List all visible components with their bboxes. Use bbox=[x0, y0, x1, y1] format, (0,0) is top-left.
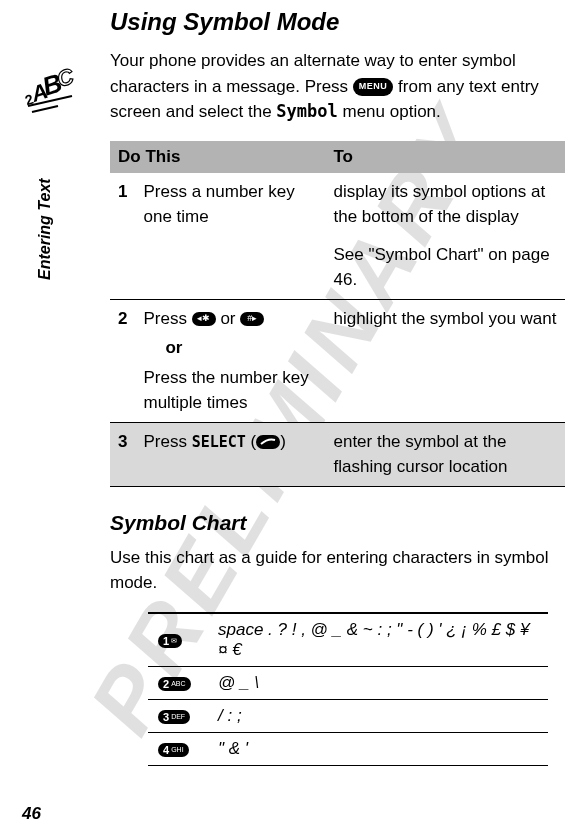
table-row: 1✉ space . ? ! , @ _ & ~ : ; " - ( ) ' ¿… bbox=[148, 613, 548, 667]
softkey-icon bbox=[256, 435, 280, 449]
key-cell: 4GHI bbox=[148, 732, 208, 765]
header-to: To bbox=[325, 141, 565, 173]
step-result: enter the symbol at the flashing cursor … bbox=[325, 422, 565, 486]
step-number: 2 bbox=[110, 299, 135, 422]
menu-key-icon: MENU bbox=[353, 78, 394, 96]
or-inline: or bbox=[220, 309, 235, 328]
key-cell: 3DEF bbox=[148, 699, 208, 732]
chart-intro-text: Use this chart as a guide for entering c… bbox=[110, 545, 564, 596]
keypad-3-icon: 3DEF bbox=[158, 710, 190, 724]
step-action: Press a number key one time bbox=[135, 173, 325, 236]
symbols-cell: space . ? ! , @ _ & ~ : ; " - ( ) ' ¿ ¡ … bbox=[208, 613, 548, 667]
step-result: highlight the symbol you want bbox=[325, 299, 565, 422]
table-row: 3 Press SELECT () enter the symbol at th… bbox=[110, 422, 565, 486]
symbol-chart-table: 1✉ space . ? ! , @ _ & ~ : ; " - ( ) ' ¿… bbox=[148, 612, 548, 766]
step-action: Press ◂✱ or #▸ or Press the number key m… bbox=[135, 299, 325, 422]
step-number: 1 bbox=[110, 173, 135, 236]
symbols-cell: / : ; bbox=[208, 699, 548, 732]
step-number: 3 bbox=[110, 422, 135, 486]
page-title: Using Symbol Mode bbox=[110, 8, 564, 36]
svg-line-5 bbox=[32, 106, 58, 112]
or-label: or bbox=[165, 338, 182, 357]
page-number: 46 bbox=[22, 804, 41, 824]
intro-paragraph: Your phone provides an alternate way to … bbox=[110, 48, 564, 125]
press-label: Press bbox=[143, 309, 186, 328]
keypad-2-icon: 2ABC bbox=[158, 677, 191, 691]
symbol-menu-label: Symbol bbox=[276, 101, 337, 121]
section-side-label: Entering Text bbox=[36, 178, 54, 280]
symbols-cell: @ _ \ bbox=[208, 666, 548, 699]
step-action-alt: Press the number key multiple times bbox=[143, 368, 308, 413]
table-row: 3DEF / : ; bbox=[148, 699, 548, 732]
press-label: Press bbox=[143, 432, 186, 451]
table-row: 2 Press ◂✱ or #▸ or Press the number key… bbox=[110, 299, 565, 422]
key-cell: 1✉ bbox=[148, 613, 208, 667]
header-do-this: Do This bbox=[110, 141, 325, 173]
abc-method-icon: 2 A B C bbox=[22, 62, 82, 122]
table-row: 2ABC @ _ \ bbox=[148, 666, 548, 699]
symbol-chart-heading: Symbol Chart bbox=[110, 511, 564, 535]
keypad-4-icon: 4GHI bbox=[158, 743, 189, 757]
select-softkey-label: SELECT bbox=[192, 433, 246, 451]
table-row: See "Symbol Chart" on page 46. bbox=[110, 236, 565, 300]
keypad-1-icon: 1✉ bbox=[158, 634, 182, 648]
step-action: Press SELECT () bbox=[135, 422, 325, 486]
hash-key-icon: #▸ bbox=[240, 312, 264, 326]
key-cell: 2ABC bbox=[148, 666, 208, 699]
table-row: 1 Press a number key one time display it… bbox=[110, 173, 565, 236]
table-row: 4GHI " & ' bbox=[148, 732, 548, 765]
symbols-cell: " & ' bbox=[208, 732, 548, 765]
star-key-icon: ◂✱ bbox=[192, 312, 216, 326]
intro-text-3: menu option. bbox=[343, 102, 441, 121]
page-content: Using Symbol Mode 2 A B C Entering Text … bbox=[0, 0, 582, 766]
instruction-table: Do This To 1 Press a number key one time… bbox=[110, 141, 565, 487]
step-result-extra: See "Symbol Chart" on page 46. bbox=[325, 236, 565, 300]
step-result: display its symbol options at the bottom… bbox=[325, 173, 565, 236]
